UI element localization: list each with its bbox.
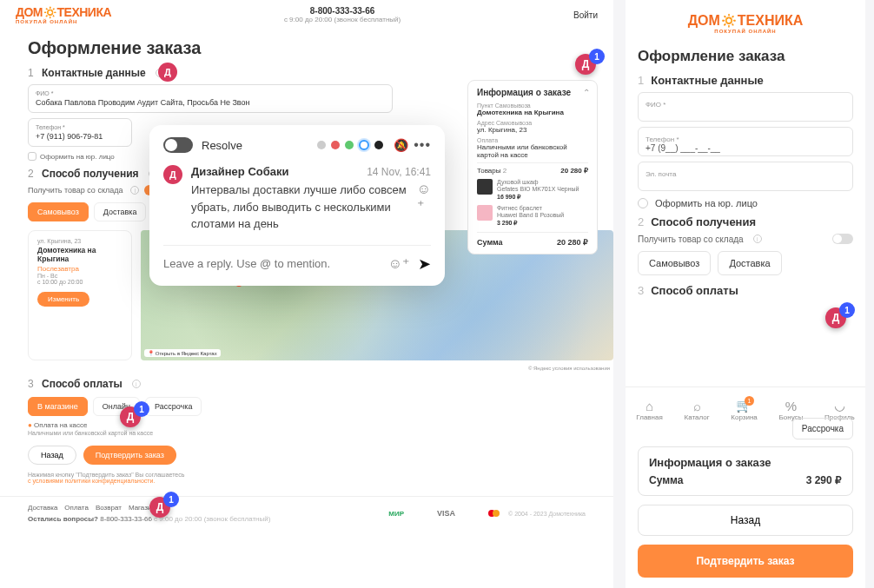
tab-pay-installment[interactable]: Рассрочка (792, 418, 853, 439)
pay-note-desc: Наличными или банковской картой на кассе (28, 430, 153, 436)
back-button[interactable]: Назад (638, 505, 853, 536)
home-icon: ⌂ (636, 399, 662, 413)
annotation-count: 1 (839, 302, 855, 318)
product-thumb (477, 179, 493, 195)
info-icon[interactable]: i (132, 380, 141, 388)
map-open-link[interactable]: 📍 Открыть в Яндекс Картах (144, 349, 221, 357)
header-phone: 8-800-333-33-66 (111, 6, 573, 16)
legal-text: Нажимая кнопку "Подтвердить заказ" Вы со… (28, 472, 184, 478)
tab-delivery[interactable]: Доставка (718, 251, 781, 275)
mastercard-icon (488, 510, 500, 517)
legal-checkbox[interactable] (28, 152, 36, 161)
login-link[interactable]: Войти (573, 10, 598, 20)
page-title: Оформление заказа (638, 48, 865, 65)
color-dot-grey[interactable] (317, 141, 326, 149)
phone-field[interactable]: Телефон * +7 (911) 906-79-81 (28, 118, 132, 147)
copyright: © 2004 - 2023 Домотехника (508, 511, 586, 517)
page-title: Оформление заказа (28, 38, 613, 58)
legal-checkbox-label: Оформить на юр. лицо (40, 153, 115, 161)
header-hours: с 9:00 до 20:00 (звонок бесплатный) (111, 16, 573, 23)
color-dot-green[interactable] (345, 141, 354, 149)
reply-input[interactable] (163, 257, 380, 270)
pickup-card: ул. Крыгина, 23 Домотехника на Крыгина П… (28, 230, 132, 360)
legal-radio[interactable] (638, 198, 648, 208)
comment-text: Интервалы доставки лучше либо совсем убр… (191, 182, 410, 233)
annotation-count: 1 (163, 492, 179, 507)
submit-button[interactable]: Подтвердить заказ (83, 446, 176, 465)
product-thumb (477, 205, 493, 221)
search-icon: ⌕ (685, 399, 710, 413)
annotation-badge[interactable]: Д (158, 63, 177, 82)
change-button[interactable]: Изменить (37, 292, 89, 307)
fio-field[interactable]: ФИО * Собака Павлова Проводим Аудит Сайт… (28, 84, 393, 113)
comment-popup: Resolve 🔕 ••• Д Дизайнер Собаки 14 Nov, … (149, 125, 445, 286)
more-icon[interactable]: ••• (414, 137, 431, 153)
tab-pay-store[interactable]: В магазине (28, 397, 88, 416)
legal-link[interactable]: с условиями политики конфиденциальности. (28, 478, 155, 484)
info-icon[interactable]: i (130, 186, 139, 195)
comment-author: Дизайнер Собаки (191, 165, 289, 178)
order-summary: Информация о заказе Сумма3 290 ₽ (638, 446, 853, 496)
tab-pay-installment[interactable]: Рассрочка (145, 397, 202, 416)
visa-icon: VISA (437, 509, 455, 518)
bell-off-icon[interactable]: 🔕 (394, 138, 408, 152)
map-attribution: © Яндекс условия использования (528, 366, 610, 371)
stock-toggle-label: Получить товар со склада (28, 186, 122, 195)
step-title: Контактные данные (42, 67, 146, 79)
resolve-label: Resolve (202, 139, 242, 152)
fio-field[interactable]: ФИО * (638, 92, 853, 122)
tab-pickup[interactable]: Самовывоз (28, 202, 89, 221)
resolve-toggle[interactable] (163, 137, 193, 153)
annotation-count: 1 (134, 401, 149, 417)
order-summary: ⌃ Информация о заказе Пункт Самовывоза Д… (467, 80, 598, 254)
profile-icon: ◡ (824, 398, 855, 413)
logo[interactable]: ДОМ🔅ТЕХНИКАПОКУПАЙ ОНЛАЙН (626, 0, 865, 37)
comment-date: 14 Nov, 16:41 (367, 166, 431, 178)
phone-field[interactable]: Телефон *+7 (9__) ___-__-__ (638, 127, 853, 156)
mir-icon: МИР (388, 510, 404, 518)
info-icon[interactable]: i (753, 235, 762, 243)
stock-toggle[interactable] (832, 234, 853, 244)
tab-delivery[interactable]: Доставка (94, 202, 147, 221)
step-number: 1 (28, 67, 35, 79)
percent-icon: % (779, 399, 804, 413)
back-button[interactable]: Назад (28, 446, 76, 465)
logo[interactable]: ДОМ🔅ТЕХНИКАПОКУПАЙ ОНЛАЙН (16, 5, 111, 24)
avatar: Д (163, 165, 182, 184)
color-dot-blue[interactable] (359, 140, 369, 150)
emoji-icon[interactable]: ☺⁺ (388, 255, 409, 272)
tab-pickup[interactable]: Самовывоз (638, 251, 711, 275)
submit-button[interactable]: Подтвердить заказ (638, 545, 853, 578)
chevron-up-icon[interactable]: ⌃ (583, 88, 590, 97)
email-field[interactable]: Эл. почта (638, 162, 853, 191)
send-icon[interactable]: ➤ (418, 254, 431, 274)
color-dot-red[interactable] (331, 141, 340, 149)
color-dot-black[interactable] (374, 141, 383, 149)
pay-note-title: Оплата на кассе (34, 421, 87, 429)
react-icon[interactable]: ☺⁺ (417, 182, 431, 214)
annotation-count: 1 (589, 49, 605, 64)
